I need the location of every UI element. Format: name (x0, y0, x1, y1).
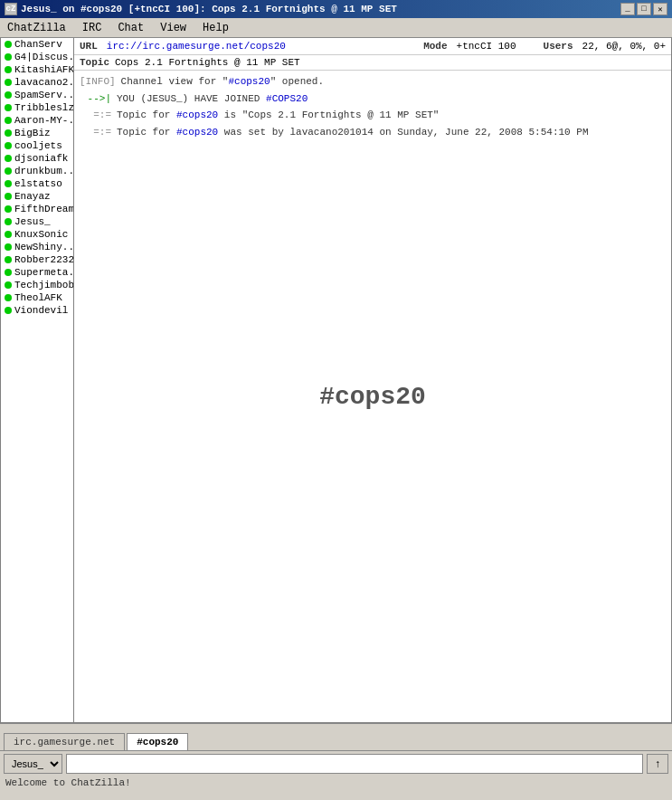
msg-tag: [INFO] (80, 74, 116, 90)
channel-link[interactable]: #cops20 (176, 110, 218, 120)
menu-help[interactable]: Help (199, 21, 232, 35)
user-name: Tribbleslzzz (14, 102, 73, 113)
close-button[interactable]: ✕ (653, 3, 667, 15)
input-row: Jesus_ ↑ (4, 753, 668, 775)
user-name: cooljets (14, 140, 62, 151)
maximize-button[interactable]: □ (637, 3, 651, 15)
user-online-dot (5, 79, 12, 86)
user-list-item[interactable]: Tribbleslzzz (1, 101, 73, 114)
title-bar-left: cZ Jesus_ on #cops20 [+tncCI 100]: Cops … (5, 3, 397, 15)
minimize-button[interactable]: _ (620, 3, 635, 15)
user-online-dot (5, 218, 12, 225)
message-row: [INFO]Channel view for "#cops20" opened. (80, 74, 666, 90)
message-row: =:=Topic for #cops20 is "Cops 2.1 Fortni… (80, 108, 666, 123)
user-online-dot (5, 269, 12, 276)
user-list-item[interactable]: FifthDream (1, 203, 73, 215)
user-name: Viondevil (14, 305, 68, 316)
user-list-item[interactable]: Enayaz (1, 190, 73, 203)
user-online-dot (5, 307, 12, 314)
menu-irc[interactable]: IRC (79, 21, 106, 35)
user-online-dot (5, 256, 12, 263)
user-name: KnuxSonic (14, 229, 68, 240)
user-name: Supermeta... (14, 267, 73, 278)
user-list-item[interactable]: elstatso (1, 177, 73, 190)
user-name: Enayaz (14, 191, 51, 202)
channel-link[interactable]: #COPS20 (266, 93, 308, 104)
app-icon: cZ (5, 3, 17, 15)
input-area: Jesus_ ↑ Welcome to ChatZilla! (0, 750, 672, 800)
user-name: elstatso (14, 178, 62, 189)
chat-messages: #cops20 [INFO]Channel view for "#cops20"… (74, 71, 671, 722)
mode-value: +tncCI 100 (457, 41, 516, 52)
url-value: irc://irc.gamesurge.net/cops20 (107, 41, 286, 52)
user-online-dot (5, 41, 12, 48)
user-list-item[interactable]: KnuxSonic (1, 228, 73, 241)
user-name: KitashiAFK (14, 64, 73, 75)
message-log: [INFO]Channel view for "#cops20" opened.… (74, 71, 671, 145)
user-name: Aaron-MY-... (14, 115, 73, 126)
url-bar: URL irc://irc.gamesurge.net/cops20 Mode … (74, 38, 671, 55)
msg-tag: =:= (80, 125, 111, 140)
msg-text: Topic for #cops20 was set by lavacano201… (117, 125, 589, 140)
user-list-item[interactable]: KitashiAFK (1, 63, 73, 76)
user-name: NewShiny... (14, 242, 73, 252)
user-name: TheolAFK (14, 292, 62, 303)
send-button[interactable]: ↑ (647, 754, 668, 774)
user-list-item[interactable]: Techjimbob (1, 279, 73, 291)
title-buttons[interactable]: _ □ ✕ (620, 3, 667, 15)
user-name: Techjimbob (14, 280, 73, 290)
user-list-item[interactable]: NewShiny... (1, 241, 73, 253)
users-label: Users (544, 41, 573, 52)
user-online-dot (5, 91, 12, 99)
message-input[interactable] (66, 754, 643, 774)
user-list-item[interactable]: lavacano2... (1, 76, 73, 89)
user-online-dot (5, 180, 12, 187)
user-list-item[interactable]: BigBiz (1, 127, 73, 139)
user-list-item[interactable]: Robber2232 (1, 253, 73, 266)
user-online-dot (5, 294, 12, 301)
main-layout: ChanServG4|Discus...KitashiAFKlavacano2.… (0, 38, 672, 723)
user-name: djsoniafk (14, 153, 68, 164)
user-online-dot (5, 167, 12, 175)
channel-link[interactable]: #cops20 (176, 127, 218, 138)
msg-tag: -->| (80, 91, 111, 107)
user-list-item[interactable]: djsoniafk (1, 152, 73, 165)
user-list-item[interactable]: Jesus_ (1, 215, 73, 228)
user-name: BigBiz (14, 128, 51, 138)
user-list-item[interactable]: drunkbum... (1, 165, 73, 177)
tab-channel[interactable]: #cops20 (127, 733, 188, 750)
user-list-item[interactable]: Viondevil (1, 304, 73, 317)
mode-label: Mode (423, 41, 447, 52)
user-list-item[interactable]: ChanServ (1, 38, 73, 51)
url-label: URL (80, 41, 98, 52)
menu-chatzilla[interactable]: ChatZilla (4, 21, 70, 35)
user-online-dot (5, 231, 12, 238)
user-list-item[interactable]: cooljets (1, 139, 73, 152)
user-name: G4|Discus... (14, 52, 73, 62)
user-list-item[interactable]: Supermeta... (1, 266, 73, 279)
user-list-item[interactable]: TheolAFK (1, 291, 73, 304)
user-online-dot (5, 53, 12, 61)
user-name: FifthDream (14, 204, 73, 214)
user-list-item[interactable]: G4|Discus... (1, 51, 73, 63)
topic-value: Cops 2.1 Fortnights @ 11 MP SET (115, 57, 300, 68)
user-online-dot (5, 66, 12, 73)
user-online-dot (5, 129, 12, 137)
menu-view[interactable]: View (156, 21, 190, 35)
topic-bar: Topic Cops 2.1 Fortnights @ 11 MP SET (74, 55, 671, 71)
user-list-item[interactable]: Aaron-MY-... (1, 114, 73, 127)
tab-server[interactable]: irc.gamesurge.net (4, 733, 125, 750)
window-title: Jesus_ on #cops20 [+tncCI 100]: Cops 2.1… (21, 4, 397, 14)
nick-selector[interactable]: Jesus_ (4, 754, 62, 774)
status-bar: Welcome to ChatZilla! (4, 776, 668, 789)
user-online-dot (5, 281, 12, 289)
menu-chat[interactable]: Chat (114, 21, 147, 35)
user-online-dot (5, 155, 12, 162)
user-list-item[interactable]: SpamServ... (1, 89, 73, 101)
channel-name-display: #cops20 (319, 383, 426, 411)
tab-bar: irc.gamesurge.net#cops20 (0, 723, 672, 750)
chat-panel: URL irc://irc.gamesurge.net/cops20 Mode … (74, 38, 672, 723)
channel-link[interactable]: #cops20 (228, 76, 270, 87)
title-bar: cZ Jesus_ on #cops20 [+tncCI 100]: Cops … (0, 0, 672, 18)
user-name: ChanServ (14, 39, 62, 50)
